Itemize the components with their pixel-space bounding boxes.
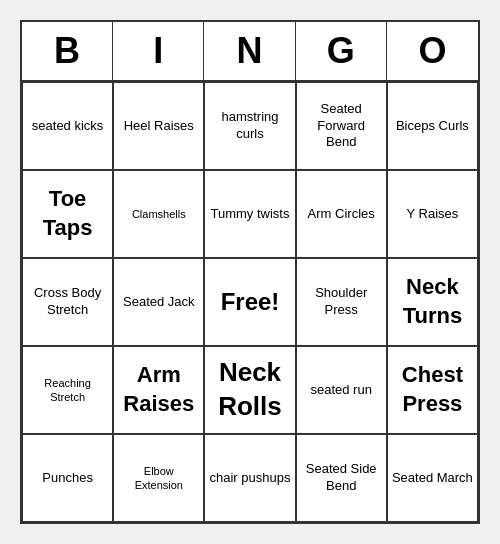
bingo-cell-r0-c4[interactable]: Biceps Curls <box>387 82 478 170</box>
bingo-cell-r1-c4[interactable]: Y Raises <box>387 170 478 258</box>
bingo-header: BINGO <box>22 22 478 82</box>
header-letter: O <box>387 22 478 80</box>
bingo-cell-r0-c1[interactable]: Heel Raises <box>113 82 204 170</box>
bingo-cell-r2-c1[interactable]: Seated Jack <box>113 258 204 346</box>
bingo-cell-r4-c0[interactable]: Punches <box>22 434 113 522</box>
bingo-card: BINGO seated kicksHeel Raiseshamstring c… <box>20 20 480 524</box>
bingo-cell-r1-c0[interactable]: Toe Taps <box>22 170 113 258</box>
bingo-cell-r3-c1[interactable]: Arm Raises <box>113 346 204 434</box>
bingo-cell-r1-c1[interactable]: Clamshells <box>113 170 204 258</box>
bingo-cell-r0-c0[interactable]: seated kicks <box>22 82 113 170</box>
bingo-cell-r0-c2[interactable]: hamstring curls <box>204 82 295 170</box>
bingo-cell-r4-c4[interactable]: Seated March <box>387 434 478 522</box>
bingo-cell-r4-c2[interactable]: chair pushups <box>204 434 295 522</box>
bingo-cell-r3-c4[interactable]: Chest Press <box>387 346 478 434</box>
bingo-cell-r4-c1[interactable]: Elbow Extension <box>113 434 204 522</box>
bingo-cell-r1-c3[interactable]: Arm Circles <box>296 170 387 258</box>
bingo-grid: seated kicksHeel Raiseshamstring curlsSe… <box>22 82 478 522</box>
bingo-cell-r1-c2[interactable]: Tummy twists <box>204 170 295 258</box>
bingo-cell-r3-c2[interactable]: Neck Rolls <box>204 346 295 434</box>
bingo-cell-r2-c2[interactable]: Free! <box>204 258 295 346</box>
header-letter: B <box>22 22 113 80</box>
header-letter: N <box>204 22 295 80</box>
bingo-cell-r2-c4[interactable]: Neck Turns <box>387 258 478 346</box>
bingo-cell-r3-c0[interactable]: Reaching Stretch <box>22 346 113 434</box>
header-letter: I <box>113 22 204 80</box>
bingo-cell-r2-c3[interactable]: Shoulder Press <box>296 258 387 346</box>
bingo-cell-r0-c3[interactable]: Seated Forward Bend <box>296 82 387 170</box>
bingo-cell-r2-c0[interactable]: Cross Body Stretch <box>22 258 113 346</box>
header-letter: G <box>296 22 387 80</box>
bingo-cell-r4-c3[interactable]: Seated Side Bend <box>296 434 387 522</box>
bingo-cell-r3-c3[interactable]: seated run <box>296 346 387 434</box>
